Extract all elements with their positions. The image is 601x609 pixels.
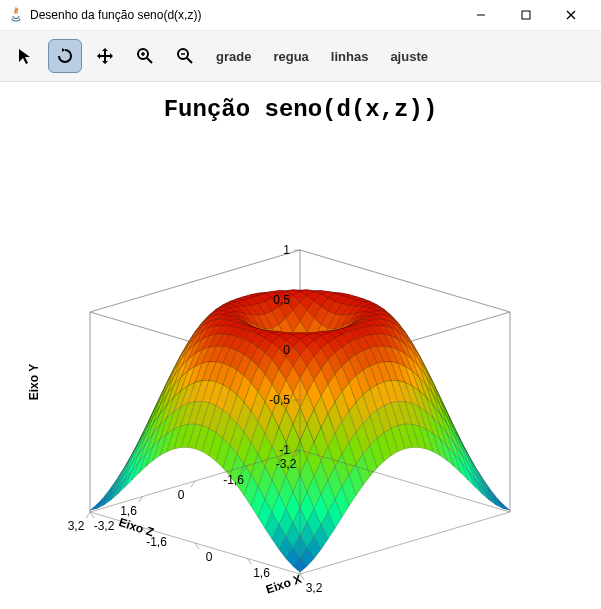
maximize-button[interactable] (503, 0, 548, 30)
minimize-button[interactable] (458, 0, 503, 30)
pointer-tool-button[interactable] (8, 39, 42, 73)
ajuste-button[interactable]: ajuste (382, 45, 436, 68)
zoom-in-tool-button[interactable] (128, 39, 162, 73)
java-icon (8, 7, 24, 23)
svg-line-11 (187, 58, 192, 63)
grade-button[interactable]: grade (208, 45, 259, 68)
toolbar: grade regua linhas ajuste (0, 31, 601, 82)
svg-rect-1 (522, 11, 530, 19)
linhas-button[interactable]: linhas (323, 45, 377, 68)
window-titlebar: Desenho da função seno(d(x,z)) (0, 0, 601, 31)
close-button[interactable] (548, 0, 593, 30)
pan-tool-button[interactable] (88, 39, 122, 73)
surface-plot-canvas[interactable] (0, 82, 601, 609)
svg-line-7 (147, 58, 152, 63)
chart-area[interactable]: Função seno(d(x,z)) (0, 82, 601, 609)
window-title: Desenho da função seno(d(x,z)) (30, 8, 458, 22)
orbit-tool-button[interactable] (48, 39, 82, 73)
zoom-out-tool-button[interactable] (168, 39, 202, 73)
window-controls (458, 0, 593, 30)
regua-button[interactable]: regua (265, 45, 316, 68)
